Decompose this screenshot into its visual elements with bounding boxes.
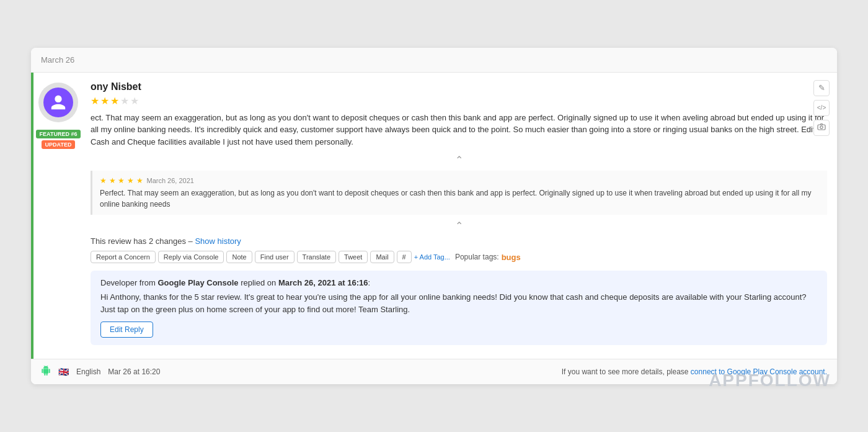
show-history-link[interactable]: Show history <box>195 236 241 246</box>
edit-icon-button[interactable]: ✎ <box>813 80 830 96</box>
stars-row: ★ ★ ★ ★ ★ <box>91 95 827 107</box>
updated-badge: UPDATED <box>42 140 76 149</box>
translate-button[interactable]: Translate <box>297 251 336 263</box>
developer-reply: Developer from Google Play Console repli… <box>91 271 827 345</box>
collapse-button[interactable]: ⌃ <box>91 154 827 166</box>
google-play-console-name: Google Play Console <box>158 278 239 287</box>
edit-icon: ✎ <box>818 83 825 92</box>
tweet-button[interactable]: Tweet <box>339 251 368 263</box>
developer-reply-prefix: Developer from <box>100 278 156 287</box>
orig-star-3: ★ <box>118 176 125 185</box>
review-card: March 26 FEATURED #6 UPDATED <box>31 48 837 385</box>
reviewer-name: ony Nisbet <box>91 81 827 92</box>
orig-star-1: ★ <box>100 176 107 185</box>
badges: FEATURED #6 UPDATED <box>36 130 81 149</box>
camera-icon <box>817 123 826 132</box>
main-content: ony Nisbet ★ ★ ★ ★ ★ ect. That may seem … <box>83 73 837 359</box>
report-concern-button[interactable]: Report a Concern <box>91 251 156 263</box>
header-date: March 26 <box>41 55 74 65</box>
footer-language: English <box>76 367 100 376</box>
star-1: ★ <box>91 95 99 107</box>
card-header: March 26 <box>31 48 837 73</box>
hash-button[interactable]: # <box>397 251 412 263</box>
avatar-inner <box>43 88 73 117</box>
add-tag-button[interactable]: + Add Tag... <box>414 253 450 261</box>
find-user-button[interactable]: Find user <box>255 251 294 263</box>
action-buttons-row: Report a Concern Reply via Console Note … <box>91 251 827 263</box>
original-meta: ★ ★ ★ ★ ★ March 26, 2021 <box>100 176 820 185</box>
code-icon: </> <box>817 104 826 111</box>
orig-star-5: ★ <box>136 176 143 185</box>
right-icons: ✎ </> <box>813 80 830 136</box>
camera-icon-button[interactable] <box>813 120 830 136</box>
reply-console-button[interactable]: Reply via Console <box>158 251 224 263</box>
star-5: ★ <box>130 95 139 107</box>
review-text: ect. That may seem an exaggeration, but … <box>91 112 827 148</box>
android-icon <box>41 366 51 378</box>
note-button[interactable]: Note <box>226 251 252 263</box>
svg-point-1 <box>820 126 823 128</box>
appfollow-watermark: APPFOLLOW <box>709 371 831 390</box>
footer-date: Mar 26 at 16:20 <box>108 367 160 376</box>
star-2: ★ <box>100 95 109 107</box>
orig-star-4: ★ <box>127 176 134 185</box>
replied-on-text: replied on <box>241 278 276 287</box>
console-prompt: If you want to see more details, please <box>562 367 689 376</box>
edit-reply-button[interactable]: Edit Reply <box>100 322 153 338</box>
developer-reply-header: Developer from Google Play Console repli… <box>100 278 817 287</box>
code-icon-button[interactable]: </> <box>813 100 830 116</box>
svg-rect-0 <box>818 125 825 130</box>
star-3: ★ <box>110 95 119 107</box>
collapse-button-2[interactable]: ⌃ <box>91 220 827 232</box>
original-stars: ★ ★ ★ ★ ★ <box>100 176 143 185</box>
review-row: FEATURED #6 UPDATED ony Nisbet ★ ★ ★ ★ ★… <box>31 73 837 359</box>
orig-star-2: ★ <box>109 176 116 185</box>
footer-left: 🇬🇧 English Mar 26 at 16:20 <box>41 366 160 378</box>
original-date: March 26, 2021 <box>147 177 194 184</box>
original-review: ★ ★ ★ ★ ★ March 26, 2021 Perfect. That m… <box>91 171 827 215</box>
original-text: Perfect. That may seem an exaggeration, … <box>100 187 820 210</box>
user-icon <box>50 94 67 111</box>
avatar <box>38 83 78 122</box>
popular-tag-bugs[interactable]: bugs <box>502 253 521 262</box>
featured-badge: FEATURED #6 <box>36 130 81 138</box>
changes-label: This review has 2 changes – <box>91 236 193 246</box>
star-4: ★ <box>120 95 129 107</box>
chevron-up-icon: ⌃ <box>455 154 463 166</box>
reply-date: March 26, 2021 at 16:16 <box>278 278 368 287</box>
left-panel: FEATURED #6 UPDATED <box>33 73 83 359</box>
flag-icon: 🇬🇧 <box>58 367 69 377</box>
changes-row: This review has 2 changes – Show history <box>91 236 827 246</box>
developer-reply-text: Hi Anthony, thanks for the 5 star review… <box>100 291 817 315</box>
chevron-up-icon-2: ⌃ <box>455 220 463 232</box>
popular-tags-label: Popular tags: <box>455 253 499 261</box>
card-body: FEATURED #6 UPDATED ony Nisbet ★ ★ ★ ★ ★… <box>31 73 837 385</box>
mail-button[interactable]: Mail <box>370 251 394 263</box>
